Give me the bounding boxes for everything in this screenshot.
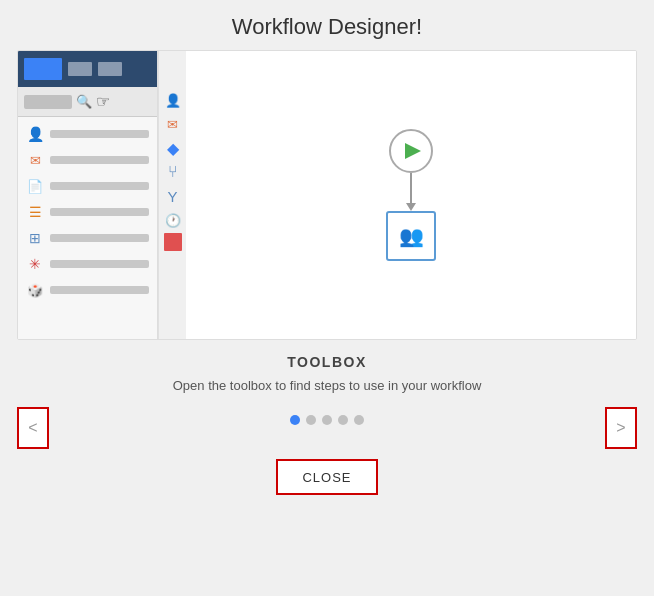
top-bar-tab-1[interactable]: [68, 62, 92, 76]
canvas-area: 👥: [186, 51, 636, 339]
workflow-diagram: 👥: [386, 129, 436, 261]
dot-5[interactable]: [354, 415, 364, 425]
right-icon-diamond[interactable]: ◆: [162, 137, 184, 159]
dot-3[interactable]: [322, 415, 332, 425]
step-node-1[interactable]: 👥: [386, 211, 436, 261]
tool-label: [50, 156, 149, 164]
list-item[interactable]: 👤: [18, 121, 157, 147]
search-placeholder: [24, 95, 72, 109]
right-icon-column: 👤 ✉ ◆ ⑂ Y 🕐: [158, 51, 186, 339]
top-bar: [18, 51, 157, 87]
close-button[interactable]: CLOSE: [276, 459, 378, 495]
play-icon: [405, 143, 421, 159]
box-icon: ⊞: [29, 230, 41, 246]
doc-icon: 📄: [27, 179, 43, 194]
right-icon-branch[interactable]: Y: [162, 185, 184, 207]
cursor-icon: ☞: [96, 92, 110, 111]
top-bar-tab-active[interactable]: [24, 58, 62, 80]
list-item[interactable]: ⊞: [18, 225, 157, 251]
right-icon-fork[interactable]: ⑂: [162, 161, 184, 183]
right-icon-user[interactable]: 👤: [162, 89, 184, 111]
list-item[interactable]: ✉: [18, 147, 157, 173]
dot-4[interactable]: [338, 415, 348, 425]
cube-icon: 🎲: [27, 283, 43, 298]
dot-1[interactable]: [290, 415, 300, 425]
right-icon-clock[interactable]: 🕐: [162, 209, 184, 231]
prev-button[interactable]: <: [17, 407, 49, 449]
tool-label: [50, 208, 149, 216]
tool-label: [50, 260, 149, 268]
tool-label: [50, 234, 149, 242]
left-panel: 🔍 ☞ 👤 ✉ 📄 ☰ ⊞: [18, 51, 158, 339]
dot-2[interactable]: [306, 415, 316, 425]
close-btn-row: CLOSE: [17, 459, 637, 495]
tooltip-description: Open the toolbox to find steps to use in…: [17, 378, 637, 393]
right-icon-mail[interactable]: ✉: [162, 113, 184, 135]
user-icon: 👤: [27, 126, 44, 142]
tool-label: [50, 286, 149, 294]
right-icon-red[interactable]: [164, 233, 182, 251]
star-icon: ✳: [29, 256, 41, 272]
tool-label: [50, 182, 149, 190]
list-item[interactable]: 🎲: [18, 277, 157, 303]
list-item[interactable]: ☰: [18, 199, 157, 225]
top-bar-tab-2[interactable]: [98, 62, 122, 76]
next-button[interactable]: >: [605, 407, 637, 449]
toolbox-items: 👤 ✉ 📄 ☰ ⊞ ✳: [18, 117, 157, 339]
start-node[interactable]: [389, 129, 433, 173]
page-title: Workflow Designer!: [232, 14, 422, 40]
connector-arrow-1: [406, 203, 416, 211]
dot-navigation: [290, 415, 364, 425]
search-bar: 🔍 ☞: [18, 87, 157, 117]
nav-row: < >: [17, 407, 637, 449]
designer-container: 🔍 ☞ 👤 ✉ 📄 ☰ ⊞: [17, 50, 637, 340]
list-item[interactable]: ✳: [18, 251, 157, 277]
search-icon[interactable]: 🔍: [76, 94, 92, 109]
toolbox-label: TOOLBOX: [17, 354, 637, 370]
connector-line-1: [410, 173, 412, 203]
tool-label: [50, 130, 149, 138]
mail-icon: ✉: [30, 153, 41, 168]
list-item[interactable]: 📄: [18, 173, 157, 199]
tooltip-section: TOOLBOX Open the toolbox to find steps t…: [17, 354, 637, 495]
step-node-icon: 👥: [399, 224, 424, 248]
stack-icon: ☰: [29, 204, 42, 220]
